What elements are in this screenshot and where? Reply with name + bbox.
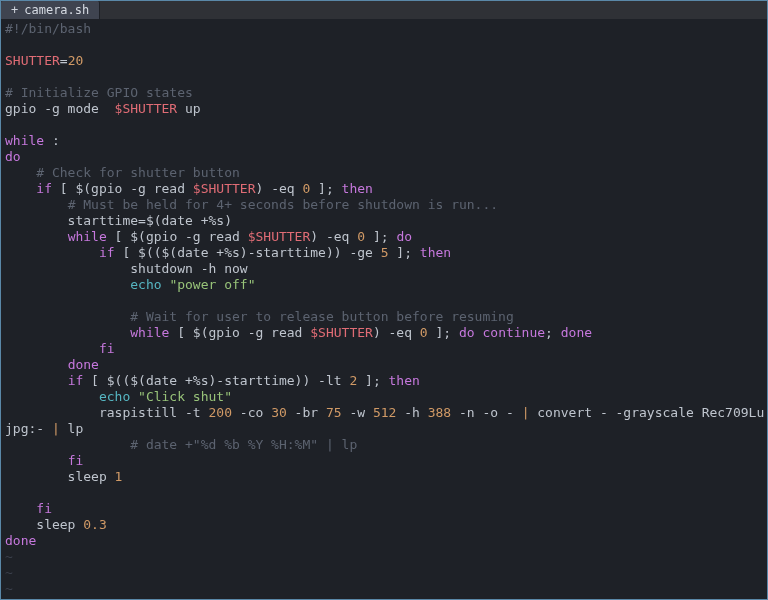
code-token: 1	[115, 469, 123, 484]
code-token: convert - -grayscale Rec709Lu	[529, 405, 764, 420]
code-token: ~	[5, 565, 13, 580]
code-line: # Check for shutter button	[5, 165, 763, 181]
code-token: fi	[36, 501, 52, 516]
code-token: [ $(gpio -g read	[52, 181, 193, 196]
code-token: [ $(($(date +	[83, 373, 193, 388]
code-token: done	[5, 533, 36, 548]
code-token	[5, 181, 36, 196]
code-token: echo	[99, 389, 130, 404]
tab-bar: + camera.sh	[1, 1, 767, 19]
code-token: 75	[326, 405, 342, 420]
code-token: then	[342, 181, 373, 196]
code-token: ];	[389, 245, 420, 260]
code-token: # Wait for user to release button before…	[130, 309, 514, 324]
code-token: |	[52, 421, 60, 436]
code-line: # Must be held for 4+ seconds before shu…	[5, 197, 763, 213]
code-token: ) -eq	[255, 181, 302, 196]
code-token: sleep	[5, 469, 115, 484]
code-token: if	[68, 373, 84, 388]
code-token: 30	[271, 405, 287, 420]
code-token: -co	[232, 405, 271, 420]
code-token: 0	[357, 229, 365, 244]
code-token: while	[68, 229, 107, 244]
code-token: 5	[381, 245, 389, 260]
code-token: raspistill -t	[5, 405, 209, 420]
code-token	[5, 165, 36, 180]
code-token: gpio -g mode	[5, 101, 115, 116]
code-token: $SHUTTER	[310, 325, 373, 340]
code-line: fi	[5, 501, 763, 517]
code-line: while [ $(gpio -g read $SHUTTER) -eq 0 ]…	[5, 229, 763, 245]
code-line: ~	[5, 549, 763, 565]
code-line: if [ $(($(date +%s)-starttime)) -lt 2 ];…	[5, 373, 763, 389]
code-token: =	[60, 53, 68, 68]
code-token: 512	[373, 405, 396, 420]
tab-filename: camera.sh	[24, 2, 89, 18]
code-line: echo "power off"	[5, 277, 763, 293]
code-line: do	[5, 149, 763, 165]
code-token: $SHUTTER	[248, 229, 311, 244]
code-token: jpg:-	[5, 421, 52, 436]
code-token: #!/bin/bash	[5, 21, 91, 36]
code-line	[5, 293, 763, 309]
code-token: if	[36, 181, 52, 196]
code-editor[interactable]: #!/bin/bash SHUTTER=20 # Initialize GPIO…	[1, 19, 767, 599]
code-token	[5, 453, 68, 468]
code-token: [ $(($(date +	[115, 245, 225, 260]
code-token: ;	[545, 325, 561, 340]
code-line: # Initialize GPIO states	[5, 85, 763, 101]
code-token: do	[459, 325, 475, 340]
code-token: 388	[428, 405, 451, 420]
editor-window: + camera.sh #!/bin/bash SHUTTER=20 # Ini…	[0, 0, 768, 600]
code-token: %s	[209, 213, 225, 228]
code-token: SHUTTER	[5, 53, 60, 68]
code-token: # Must be held for 4+ seconds before shu…	[68, 197, 498, 212]
code-line	[5, 37, 763, 53]
code-line	[5, 485, 763, 501]
code-token: then	[420, 245, 451, 260]
code-token: then	[389, 373, 420, 388]
code-token: ) -eq	[373, 325, 420, 340]
code-token	[5, 341, 99, 356]
code-token: -h	[396, 405, 427, 420]
code-token: lp	[60, 421, 83, 436]
code-token: do	[5, 149, 21, 164]
code-token: do	[396, 229, 412, 244]
code-token: -br	[287, 405, 326, 420]
code-line: done	[5, 357, 763, 373]
code-token: up	[177, 101, 200, 116]
code-token: )	[224, 213, 232, 228]
code-token: if	[99, 245, 115, 260]
code-token: ];	[357, 373, 388, 388]
code-token: fi	[68, 453, 84, 468]
code-token: while	[130, 325, 169, 340]
code-line: #!/bin/bash	[5, 21, 763, 37]
code-token: # Check for shutter button	[36, 165, 240, 180]
code-token	[5, 389, 99, 404]
code-token: "power off"	[169, 277, 255, 292]
code-token: %s	[224, 245, 240, 260]
code-token: 0.3	[83, 517, 106, 532]
code-line: gpio -g mode $SHUTTER up	[5, 101, 763, 117]
code-line: raspistill -t 200 -co 30 -br 75 -w 512 -…	[5, 405, 763, 421]
code-token: # Initialize GPIO states	[5, 85, 193, 100]
code-line: starttime=$(date +%s)	[5, 213, 763, 229]
code-line: ~	[5, 565, 763, 581]
code-token: 20	[68, 53, 84, 68]
code-token: echo	[130, 277, 161, 292]
code-line: sleep 0.3	[5, 517, 763, 533]
code-token: )-starttime)) -ge	[240, 245, 381, 260]
code-token: shutdown -h now	[5, 261, 248, 276]
code-token: ) -eq	[310, 229, 357, 244]
code-token: ~	[5, 549, 13, 564]
code-line: fi	[5, 453, 763, 469]
code-line: SHUTTER=20	[5, 53, 763, 69]
code-token	[5, 325, 130, 340]
code-line: echo "Click shut"	[5, 389, 763, 405]
file-tab[interactable]: + camera.sh	[1, 1, 100, 19]
code-token	[130, 389, 138, 404]
code-token: ~	[5, 581, 13, 596]
code-line: jpg:- | lp	[5, 421, 763, 437]
code-token: $SHUTTER	[115, 101, 178, 116]
code-token	[5, 501, 36, 516]
